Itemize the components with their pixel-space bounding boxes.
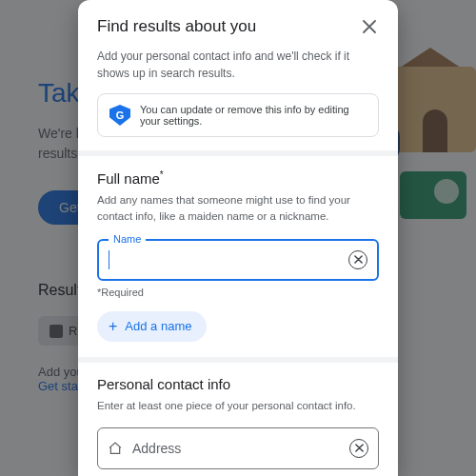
address-field[interactable] [97,427,379,469]
required-helper: *Required [97,287,379,298]
contact-info-section: Personal contact info Enter at least one… [78,363,398,477]
full-name-desc: Add any names that someone might use to … [97,192,379,226]
close-button[interactable] [360,17,379,36]
home-icon [108,441,123,456]
x-icon [355,444,364,452]
dialog-title: Find results about you [97,17,256,36]
find-results-dialog: Find results about you Add your personal… [78,0,398,476]
name-field-label: Name [109,233,146,245]
add-name-label: Add a name [125,319,191,333]
clear-name-button[interactable] [348,250,367,269]
contact-desc: Enter at least one piece of your persona… [97,398,379,414]
address-input[interactable] [132,441,349,456]
notice-text: You can update or remove this info by ed… [140,104,367,127]
full-name-section: Full name* Add any names that someone mi… [78,156,398,357]
clear-address-button[interactable] [349,439,368,458]
dialog-description: Add your personal contact info and we'll… [78,48,398,93]
close-icon [363,20,376,33]
name-field[interactable]: Name [97,239,379,281]
name-input[interactable] [109,252,348,268]
shield-icon: G [109,105,130,126]
x-icon [354,255,363,264]
settings-notice: G You can update or remove this info by … [97,93,379,137]
contact-title: Personal contact info [97,376,379,392]
plus-icon: + [109,319,117,334]
add-name-button[interactable]: + Add a name [97,311,207,342]
full-name-title: Full name* [97,169,379,187]
